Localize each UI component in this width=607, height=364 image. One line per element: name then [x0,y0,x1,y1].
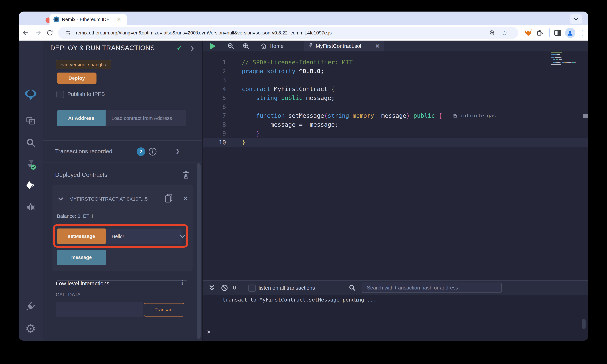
listen-count: 0 [233,285,236,291]
forward-button[interactable] [33,28,43,38]
collapse-chevron-icon[interactable] [57,195,64,203]
low-level-title: Low level interactions [56,280,109,287]
minimap-line [551,56,578,56]
tab-search-button[interactable] [570,14,582,24]
browser-tabstrip: Remix - Ethereum IDE ✕ + [19,12,588,25]
terminal: 0 listen on all transactions Search with… [203,280,588,341]
url-bar[interactable]: remix.ethereum.org/#lang=en&optimize=fal… [58,27,518,39]
terminal-search-input[interactable]: Search with transaction hash or address [362,283,501,293]
minimap-line [551,61,578,61]
deploy-button[interactable]: Deploy [57,73,96,84]
side-panel-button[interactable] [553,28,563,38]
extensions-puzzle-icon[interactable] [535,28,544,38]
browser-menu-button[interactable]: ⋮ [579,27,585,38]
code-line[interactable]: 8 message = _message; [203,120,588,129]
expand-args-chevron-icon[interactable] [179,233,186,240]
terminal-prompt[interactable]: > [207,328,211,335]
tab-file[interactable]: MyFirstContract.sol ✕ [304,40,384,52]
tab-home[interactable]: Home [256,40,289,52]
new-tab-button[interactable]: + [130,14,140,24]
gas-pump-icon [453,113,458,118]
collapse-terminal-icon[interactable] [208,284,215,292]
line-number: 3 [203,76,231,85]
tab-close-icon[interactable]: ✕ [117,17,121,22]
compile-success-check-icon: ✓ [176,43,183,52]
plugin-manager-plug-icon[interactable] [19,301,42,311]
zoom-in-icon[interactable] [242,42,250,51]
person-icon [567,29,574,36]
publish-ipfs-checkbox[interactable] [56,91,64,98]
code-line[interactable]: 2pragma solidity ^0.8.0; [203,67,588,76]
set-message-button[interactable]: setMessage [57,229,106,244]
minimap-line [551,59,578,60]
info-icon[interactable] [148,147,157,156]
debugger-bug-icon[interactable] [19,202,42,212]
chevron-down-icon [573,16,579,22]
transact-button[interactable]: Transact [144,303,185,316]
code-line[interactable]: 5 string public message; [203,93,588,102]
solidity-file-icon [309,43,313,49]
back-arrow-icon [22,29,29,37]
tab-close-icon[interactable]: ✕ [375,43,380,49]
contract-name[interactable]: MYFIRSTCONTRACT AT 0X10F...5 [69,196,162,202]
site-settings-icon[interactable] [63,28,73,38]
set-message-input[interactable] [106,229,182,244]
terminal-scrollbar-thumb[interactable] [582,319,586,329]
minimap-line [551,52,578,53]
editor-minimap[interactable] [551,52,578,69]
tab-home-label: Home [270,43,284,49]
code-line[interactable]: 1// SPDX-License-Identifier: MIT [203,58,588,67]
zoom-page-button[interactable] [487,28,497,38]
zoom-out-icon[interactable] [227,42,235,51]
low-level-info-icon[interactable]: i [181,279,183,286]
metamask-extension-icon[interactable] [525,29,532,36]
divider [42,163,202,163]
listen-all-label[interactable]: listen on all transactions [259,285,315,291]
back-button[interactable] [21,28,30,38]
bookmark-star-icon[interactable]: ☆ [499,28,509,38]
terminal-log-line: transact to MyFirstContract.setMessage p… [223,297,376,303]
reload-icon [46,29,53,36]
deploy-run-icon[interactable] [19,180,42,191]
clear-console-ban-icon[interactable] [221,284,228,292]
run-script-play-icon[interactable] [210,43,216,50]
url-text[interactable]: remix.ethereum.org/#lang=en&optimize=fal… [76,27,332,39]
profile-avatar[interactable] [565,28,575,38]
copy-address-icon[interactable] [164,193,173,204]
remix-favicon [53,16,59,22]
code-line[interactable]: 4contract MyFirstContract { [203,85,588,93]
message-getter-button[interactable]: message [57,250,106,265]
code-line[interactable]: 10} [203,138,588,147]
minimap-line [551,64,578,65]
panel-expand-chevron-icon[interactable]: ❯ [190,45,195,52]
browser-window: Remix - Ethereum IDE ✕ + remix.ethereum.… [19,12,588,341]
at-address-button[interactable]: At Address [57,110,106,126]
listen-all-checkbox[interactable] [248,285,256,292]
calldata-input[interactable] [56,302,143,317]
browser-tab[interactable]: Remix - Ethereum IDE ✕ [50,14,127,25]
publish-ipfs-label[interactable]: Publish to IPFS [67,91,105,97]
code-line[interactable]: 7 function setMessage(string memory _mes… [203,111,588,120]
tab-title: Remix - Ethereum IDE [62,14,110,25]
reload-button[interactable] [45,28,55,38]
code-line[interactable]: 6 [203,102,588,111]
solidity-compiler-icon[interactable] [19,159,42,170]
panel-scrollbar[interactable] [197,163,200,339]
settings-gear-icon[interactable]: ⚙ [19,323,42,335]
code-line[interactable]: 3 [203,76,588,85]
code-editor[interactable]: 1// SPDX-License-Identifier: MIT2pragma … [203,58,588,147]
line-number: 7 [203,111,231,120]
infinite-gas-annotation: infinite gas [453,111,496,120]
at-address-input[interactable]: Load contract from Address [106,110,186,126]
calldata-label: CALLDATA [56,292,81,297]
remix-app: ⚙ DEPLOY & RUN TRANSACTIONS ✓ ❯ evm vers… [19,40,588,341]
editor-scrollbar-thumb[interactable] [583,114,588,118]
remove-contract-icon[interactable]: ✕ [183,195,188,202]
deploy-run-panel: DEPLOY & RUN TRANSACTIONS ✓ ❯ evm versio… [42,40,202,341]
file-explorer-icon[interactable] [19,116,42,126]
search-icon[interactable] [19,138,42,148]
trash-icon[interactable] [182,170,190,180]
transactions-expand-chevron-icon[interactable]: ❯ [175,148,180,154]
code-line[interactable]: 9 } [203,129,588,138]
evm-version-badge: evm version: shanghai [56,60,111,69]
